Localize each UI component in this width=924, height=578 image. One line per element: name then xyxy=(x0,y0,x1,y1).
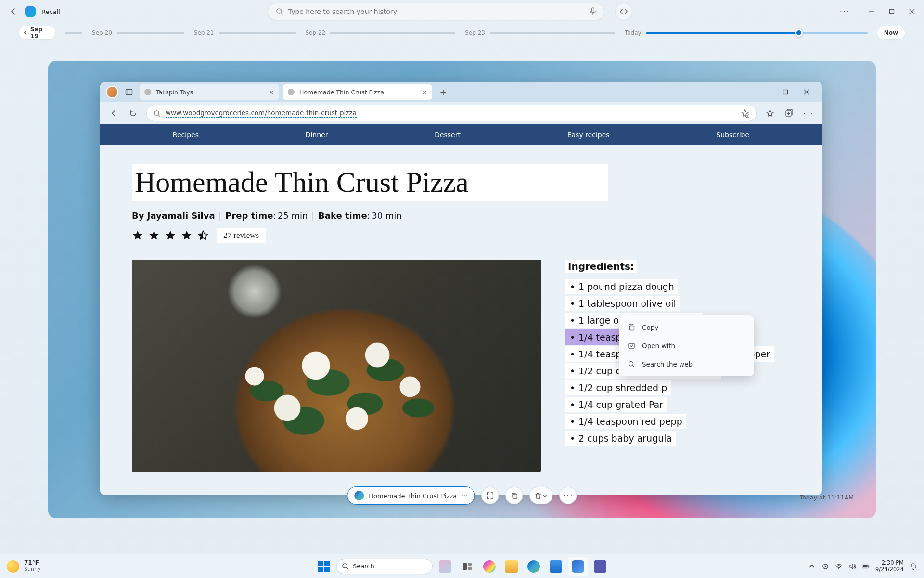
taskbar-clock[interactable]: 2:30 PM 9/24/2024 xyxy=(875,560,904,572)
site-nav: Recipes Dinner Dessert Easy recipes Subs… xyxy=(100,124,822,145)
tab-close-icon[interactable]: × xyxy=(269,88,274,96)
svg-point-18 xyxy=(838,568,839,569)
favorite-star-icon[interactable] xyxy=(741,109,749,118)
taskbar-edge[interactable] xyxy=(524,557,543,576)
search-icon xyxy=(154,110,161,117)
taskbar-app-1[interactable] xyxy=(436,557,455,576)
tray-chevron-icon[interactable] xyxy=(808,563,816,570)
taskbar-app-2[interactable] xyxy=(568,557,588,576)
taskbar-search[interactable]: Search xyxy=(336,559,433,574)
nav-link-dinner[interactable]: Dinner xyxy=(306,131,328,139)
timeline-current-date-pill[interactable]: Sep 19 xyxy=(19,26,55,39)
timeline-segment[interactable] xyxy=(117,32,184,34)
timeline-day-label: Sep 23 xyxy=(465,29,485,36)
recall-app-icon xyxy=(25,6,36,17)
chip-more-icon[interactable]: ··· xyxy=(462,492,467,499)
ingredient-item[interactable]: 1/2 cup shredded p xyxy=(565,380,671,395)
browser-minimize-button[interactable] xyxy=(760,88,768,96)
delete-snapshot-button[interactable] xyxy=(530,487,553,504)
svg-rect-4 xyxy=(783,90,788,94)
favicon-placeholder xyxy=(144,89,151,95)
taskbar: 71°F Sunny Search 2:30 PM 9/24/2024 xyxy=(0,554,924,578)
taskbar-copilot[interactable] xyxy=(480,557,499,576)
more-actions-button[interactable]: ··· xyxy=(560,487,577,504)
copy-snapshot-button[interactable] xyxy=(506,487,523,504)
sun-icon xyxy=(7,560,19,573)
recipe-title: Homemade Thin Crust Pizza xyxy=(132,164,608,201)
code-toggle-button[interactable] xyxy=(615,3,632,20)
tray-app-icon[interactable] xyxy=(821,563,829,570)
minimize-button[interactable] xyxy=(867,7,876,16)
nav-link-easy[interactable]: Easy recipes xyxy=(567,131,610,139)
context-menu-copy[interactable]: Copy xyxy=(622,318,751,337)
close-button[interactable] xyxy=(908,7,916,16)
more-button[interactable]: ··· xyxy=(840,7,850,16)
history-search-box[interactable] xyxy=(268,3,604,20)
timeline-today-label: Today xyxy=(625,29,642,36)
recipe-hero-image xyxy=(132,260,541,472)
svg-rect-3 xyxy=(126,90,132,95)
favorites-button[interactable] xyxy=(764,107,776,119)
timeline-segment[interactable] xyxy=(65,32,82,34)
taskbar-explorer[interactable] xyxy=(502,557,521,576)
ingredient-item[interactable]: 1/4 teaspoon red pepp xyxy=(565,414,686,429)
timeline-segment[interactable] xyxy=(219,32,296,34)
snapshot-chip[interactable]: Homemade Thin Crust Pizza ··· xyxy=(347,486,475,505)
new-tab-button[interactable]: + xyxy=(436,85,450,99)
history-search-input[interactable] xyxy=(288,8,585,15)
ingredient-item[interactable]: 1 tablespoon olive oil xyxy=(565,296,680,311)
weather-widget[interactable]: 71°F Sunny xyxy=(7,560,40,572)
ingredient-item[interactable]: 1 pound pizza dough xyxy=(565,279,678,294)
edge-icon xyxy=(354,491,364,500)
nav-link-recipes[interactable]: Recipes xyxy=(173,131,199,139)
svg-rect-11 xyxy=(513,494,517,499)
battery-icon[interactable] xyxy=(862,563,870,570)
svg-rect-20 xyxy=(863,565,867,567)
snapshot-timestamp: Today at 11:11AM xyxy=(800,494,854,501)
nav-refresh-button[interactable] xyxy=(127,107,139,119)
svg-rect-2 xyxy=(890,10,894,14)
volume-icon[interactable] xyxy=(848,563,856,570)
ingredient-item[interactable]: 1/4 cup grated Par xyxy=(565,397,667,412)
start-button[interactable] xyxy=(314,557,334,576)
browser-close-button[interactable] xyxy=(803,88,810,96)
notifications-icon[interactable] xyxy=(910,563,917,570)
browser-maximize-button[interactable] xyxy=(782,88,789,96)
taskbar-store[interactable] xyxy=(546,557,565,576)
timeline-today-slider[interactable] xyxy=(646,32,868,34)
ingredient-item[interactable]: 2 cups baby arugula xyxy=(565,431,676,446)
timeline-segment[interactable] xyxy=(330,32,455,34)
snapshot-card: Tailspin Toys × Homemade Thin Crust Pizz… xyxy=(48,61,876,518)
wifi-icon[interactable] xyxy=(835,563,843,570)
url-text: www.woodgrovegroceries.com/homemade-thin… xyxy=(166,109,357,118)
timeline-now-button[interactable]: Now xyxy=(877,26,905,39)
context-menu: Copy Open with Search the web xyxy=(619,315,754,376)
context-menu-search-web[interactable]: Search the web xyxy=(622,355,751,373)
taskbar-teams[interactable] xyxy=(590,557,610,576)
collections-button[interactable] xyxy=(783,107,795,119)
timeline-thumb[interactable] xyxy=(795,29,803,37)
favicon-placeholder xyxy=(288,89,295,95)
settings-more-button[interactable]: ··· xyxy=(803,107,814,119)
tab-close-icon[interactable]: × xyxy=(422,88,427,96)
svg-rect-14 xyxy=(468,563,472,566)
nav-link-dessert[interactable]: Dessert xyxy=(435,131,461,139)
svg-rect-8 xyxy=(630,326,634,330)
nav-back-button[interactable] xyxy=(108,107,119,119)
tab-actions-button[interactable] xyxy=(122,85,136,99)
timeline-day-label: Sep 22 xyxy=(306,29,326,36)
maximize-button[interactable] xyxy=(887,7,896,16)
address-bar[interactable]: www.woodgrovegroceries.com/homemade-thin… xyxy=(146,105,757,121)
browser-tab-active[interactable]: Homemade Thin Crust Pizza × xyxy=(283,84,432,100)
timeline-segment[interactable] xyxy=(490,32,615,34)
context-menu-open-with[interactable]: Open with xyxy=(622,337,751,355)
svg-rect-21 xyxy=(869,565,869,567)
taskbar-task-view[interactable] xyxy=(458,557,477,576)
back-button[interactable] xyxy=(8,6,19,17)
fullscreen-button[interactable] xyxy=(482,487,499,504)
profile-avatar[interactable] xyxy=(106,86,118,98)
mic-icon[interactable] xyxy=(590,7,596,16)
browser-tab-inactive[interactable]: Tailspin Toys × xyxy=(140,84,279,100)
nav-link-subscribe[interactable]: Subscribe xyxy=(716,131,749,139)
rating-stars xyxy=(132,230,209,241)
